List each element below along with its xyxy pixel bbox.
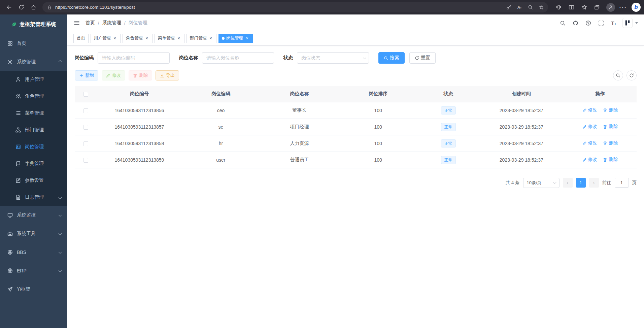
github-icon[interactable]: [571, 19, 579, 27]
fontsize-icon[interactable]: TT: [610, 19, 618, 27]
tab-label: 角色管理: [126, 35, 143, 41]
sidebar-item[interactable]: 角色管理: [0, 88, 67, 105]
delete-row-button[interactable]: 删除: [603, 157, 618, 163]
sidebar-item[interactable]: 字典管理: [0, 155, 67, 172]
toggle-search-button[interactable]: [613, 70, 623, 80]
back-icon[interactable]: [3, 2, 15, 13]
breadcrumb-current: 岗位管理: [129, 20, 147, 26]
sidebar-item[interactable]: 日志管理: [0, 189, 67, 206]
goto-page-input[interactable]: [615, 178, 629, 188]
split-icon[interactable]: [566, 2, 577, 13]
table-row: 1641030593112313858 hr 人力资源 100 正常 2023-…: [75, 135, 637, 152]
tab-close-icon[interactable]: ×: [245, 36, 249, 41]
page-size-select[interactable]: 10条/页: [523, 178, 560, 188]
tab[interactable]: 岗位管理 ×: [218, 34, 253, 43]
tab-close-icon[interactable]: ×: [144, 36, 149, 41]
status-select[interactable]: [297, 52, 369, 64]
search-button[interactable]: 搜索: [378, 52, 405, 64]
post-code-input[interactable]: [98, 52, 170, 64]
tab-label: 部门管理: [190, 35, 207, 41]
status-badge: 正常: [441, 106, 456, 114]
readaloud-icon[interactable]: A»: [514, 3, 524, 12]
key-icon[interactable]: [504, 3, 514, 12]
export-button[interactable]: 导出: [156, 70, 179, 80]
row-checkbox[interactable]: [83, 108, 88, 113]
zoomout-icon[interactable]: [525, 3, 535, 12]
select-all-checkbox[interactable]: [83, 92, 88, 97]
tab[interactable]: 角色管理 ×: [123, 34, 152, 43]
sidebar-item-label: 系统工具: [17, 231, 36, 237]
sidebar-item[interactable]: 系统工具: [0, 224, 67, 243]
edit-row-button[interactable]: 修改: [582, 157, 597, 163]
sidebar-item[interactable]: 岗位管理: [0, 138, 67, 155]
star-icon[interactable]: [578, 2, 590, 13]
puzzle-icon[interactable]: [553, 2, 564, 13]
add-button[interactable]: 新增: [75, 70, 98, 80]
edit-row-button[interactable]: 修改: [582, 140, 597, 146]
fullscreen-icon[interactable]: [597, 19, 605, 27]
sidebar-item[interactable]: 用户管理: [0, 71, 67, 88]
delete-row-button[interactable]: 删除: [603, 140, 618, 146]
post-name-input[interactable]: [202, 52, 274, 64]
tab[interactable]: 菜单管理 ×: [155, 34, 184, 43]
status-select-input[interactable]: [297, 52, 369, 64]
row-actions: 修改 删除: [564, 135, 637, 152]
bing-icon[interactable]: b: [632, 3, 641, 12]
sidebar-item[interactable]: 参数设置: [0, 172, 67, 189]
page-number-button[interactable]: 1: [576, 178, 586, 188]
file-icon: [15, 195, 21, 200]
cell-post-code: hr: [181, 135, 260, 152]
browser-profile-avatar[interactable]: [606, 3, 615, 12]
column-header: 创建时间: [479, 86, 564, 102]
tab[interactable]: 部门管理 ×: [187, 34, 216, 43]
delete-row-button[interactable]: 删除: [603, 124, 618, 130]
search-icon[interactable]: [558, 19, 567, 27]
next-page-button[interactable]: ›: [589, 178, 599, 188]
sidebar-item[interactable]: Yi框架: [0, 280, 67, 298]
question-icon[interactable]: [584, 19, 592, 27]
tab[interactable]: 用户管理 ×: [91, 34, 121, 43]
cell-created-time: 2023-03-29 18:52:37: [479, 152, 564, 168]
tab-close-icon[interactable]: ×: [176, 36, 181, 41]
reset-button[interactable]: 重置: [409, 52, 436, 64]
avatar-caret-icon[interactable]: [635, 22, 638, 24]
refresh-table-button[interactable]: [626, 70, 637, 80]
browser-menu-icon[interactable]: ···: [617, 2, 629, 13]
chevron-icon: [59, 251, 62, 254]
prev-page-button[interactable]: ‹: [563, 178, 573, 188]
delete-row-button[interactable]: 删除: [603, 107, 618, 113]
edit-button[interactable]: 修改: [102, 70, 125, 80]
edit-row-button[interactable]: 修改: [582, 107, 597, 113]
edit-row-button[interactable]: 修改: [582, 124, 597, 130]
browser-home-icon[interactable]: [28, 2, 39, 13]
chevron-icon: [59, 196, 62, 199]
sidebar-item[interactable]: 系统监控: [0, 206, 67, 224]
delete-button[interactable]: 删除: [129, 70, 152, 80]
breadcrumb-home[interactable]: 首页: [86, 20, 95, 26]
collections-icon[interactable]: [591, 2, 603, 13]
pencil-icon: [106, 73, 110, 78]
starplus-icon[interactable]: [536, 3, 546, 12]
reload-icon[interactable]: [15, 2, 27, 13]
hamburger-icon[interactable]: [73, 20, 80, 26]
tab[interactable]: 首页 ×: [73, 34, 89, 43]
sidebar-item[interactable]: 菜单管理: [0, 105, 67, 122]
sidebar-item[interactable]: 首页: [0, 34, 67, 53]
row-checkbox[interactable]: [83, 125, 88, 130]
cell-post-code: user: [181, 152, 260, 168]
tab-close-icon[interactable]: ×: [112, 36, 117, 41]
tab-close-icon[interactable]: ×: [208, 36, 213, 41]
total-count: 共 4 条: [505, 180, 519, 186]
row-checkbox[interactable]: [83, 141, 88, 146]
row-checkbox[interactable]: [83, 158, 88, 163]
trash-icon: [133, 73, 137, 78]
sidebar-item[interactable]: ERP: [0, 261, 67, 280]
cell-created-time: 2023-03-29 18:52:37: [479, 102, 564, 119]
cell-post-id: 1641030593112313858: [97, 135, 181, 152]
address-bar[interactable]: https://ccnetcore.com:1101/system/post A…: [42, 2, 548, 12]
sidebar-item[interactable]: BBS: [0, 243, 67, 261]
app: 意框架管理系统 首页 系统管理 用户管理: [0, 14, 644, 328]
sidebar-item[interactable]: 部门管理: [0, 122, 67, 138]
sidebar-item[interactable]: 系统管理: [0, 53, 67, 71]
user-avatar[interactable]: [622, 18, 633, 28]
